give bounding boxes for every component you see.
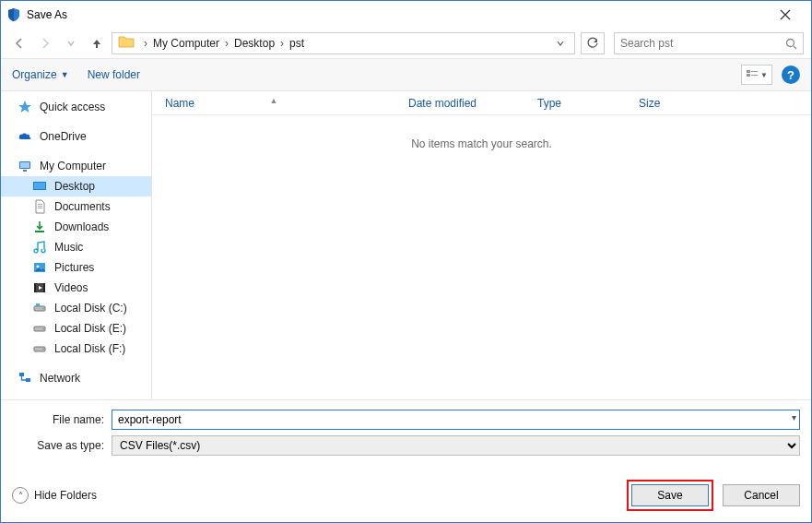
sidebar-quick-access[interactable]: Quick access [1,97,151,117]
sidebar-pictures[interactable]: Pictures [1,257,151,278]
svg-rect-27 [26,378,30,382]
save-highlight: Save [627,480,713,511]
hide-folders-label: Hide Folders [34,489,97,502]
video-icon [32,280,47,295]
up-button[interactable] [86,32,108,54]
sidebar-label: Documents [54,200,111,213]
back-button[interactable] [8,32,30,54]
svg-rect-3 [751,71,758,72]
svg-rect-21 [36,303,40,306]
chevron-down-icon: ▼ [760,71,768,79]
chevron-right-icon[interactable]: › [221,37,232,50]
sidebar-disk-f[interactable]: Local Disk (F:) [1,339,151,359]
svg-rect-13 [35,231,44,232]
sidebar-label: Local Disk (E:) [54,322,126,335]
sidebar-label: Pictures [54,261,94,274]
drive-icon [32,341,47,356]
svg-rect-9 [34,183,45,189]
sidebar-music[interactable]: Music [1,237,151,257]
sidebar-label: Quick access [40,101,105,113]
footer: ˄ Hide Folders Save Cancel [1,467,811,522]
organize-label: Organize [12,68,57,81]
save-button[interactable]: Save [631,484,709,506]
cancel-button[interactable]: Cancel [723,484,800,506]
empty-message: No items match your search. [152,115,811,399]
close-button[interactable] [765,2,806,28]
svg-point-0 [787,39,794,46]
drive-icon [32,301,47,315]
sidebar-label: Downloads [54,220,109,233]
crumb-desktop[interactable]: Desktop [232,37,277,50]
nav-row: › My Computer › Desktop › pst [1,29,811,58]
bottom-pane: File name: ▾ Save as type: CSV Files(*.c… [1,399,811,467]
search-box[interactable] [614,32,804,54]
hide-folders-button[interactable]: ˄ Hide Folders [12,487,97,504]
sidebar-disk-c[interactable]: Local Disk (C:) [1,298,151,318]
search-icon [785,38,797,50]
sidebar-mycomputer[interactable]: My Computer [1,156,151,176]
file-list-area: ▲ Name Date modified Type Size No items … [152,91,811,399]
sidebar-videos[interactable]: Videos [1,278,151,298]
svg-rect-2 [747,74,750,77]
sidebar-label: Desktop [54,180,95,193]
help-button[interactable]: ? [782,65,800,84]
document-icon [32,199,47,214]
saveastype-select[interactable]: CSV Files(*.csv) [112,435,800,456]
svg-rect-4 [751,75,758,76]
svg-point-23 [42,328,44,330]
sidebar-documents[interactable]: Documents [1,196,151,217]
svg-point-20 [42,308,44,310]
refresh-button[interactable] [581,32,605,54]
saveastype-label: Save as type: [12,439,112,452]
titlebar: Save As [1,1,811,29]
toolbar: Organize ▼ New folder ▼ ? [1,58,811,91]
sidebar-label: Videos [54,281,88,294]
sidebar-downloads[interactable]: Downloads [1,217,151,237]
col-type[interactable]: Type [524,97,626,110]
sidebar-disk-e[interactable]: Local Disk (E:) [1,318,151,339]
col-name-label: Name [165,97,194,110]
col-name[interactable]: ▲ Name [152,97,395,110]
sidebar-label: Network [40,372,80,385]
sidebar-desktop[interactable]: Desktop [1,176,151,196]
recent-dropdown[interactable] [60,32,82,54]
download-icon [32,220,47,234]
chevron-right-icon[interactable]: › [140,37,151,50]
cloud-icon [18,129,32,144]
organize-menu[interactable]: Organize ▼ [12,68,69,81]
sidebar-label: OneDrive [40,130,87,143]
address-dropdown-icon[interactable] [556,39,572,48]
svg-rect-7 [23,170,27,172]
crumb-mycomputer[interactable]: My Computer [151,37,221,50]
sidebar-onedrive[interactable]: OneDrive [1,126,151,147]
filename-input[interactable] [112,410,800,430]
sort-asc-icon: ▲ [270,96,278,105]
new-folder-button[interactable]: New folder [88,68,140,81]
search-input[interactable] [620,37,785,50]
svg-point-15 [37,266,40,268]
svg-rect-17 [34,283,36,292]
folder-icon [118,34,136,53]
window-title: Save As [27,8,765,21]
sidebar-label: Local Disk (F:) [54,342,125,355]
forward-button[interactable] [34,32,56,54]
svg-rect-11 [38,206,42,207]
crumb-pst[interactable]: pst [288,37,306,50]
svg-rect-18 [43,283,45,292]
col-date[interactable]: Date modified [395,97,524,110]
star-icon [18,100,32,114]
chevron-down-icon: ▼ [61,70,69,79]
svg-rect-6 [20,162,29,168]
network-icon [18,371,32,386]
app-icon [6,7,21,22]
sidebar-label: Local Disk (C:) [54,302,127,315]
sidebar-network[interactable]: Network [1,368,151,388]
chevron-right-icon[interactable]: › [277,37,288,50]
col-size[interactable]: Size [626,97,700,110]
view-options-button[interactable]: ▼ [741,65,772,85]
filename-label: File name: [12,413,112,426]
svg-rect-1 [747,70,750,73]
address-bar[interactable]: › My Computer › Desktop › pst [112,32,575,54]
svg-rect-10 [38,204,42,205]
drive-icon [32,321,47,336]
